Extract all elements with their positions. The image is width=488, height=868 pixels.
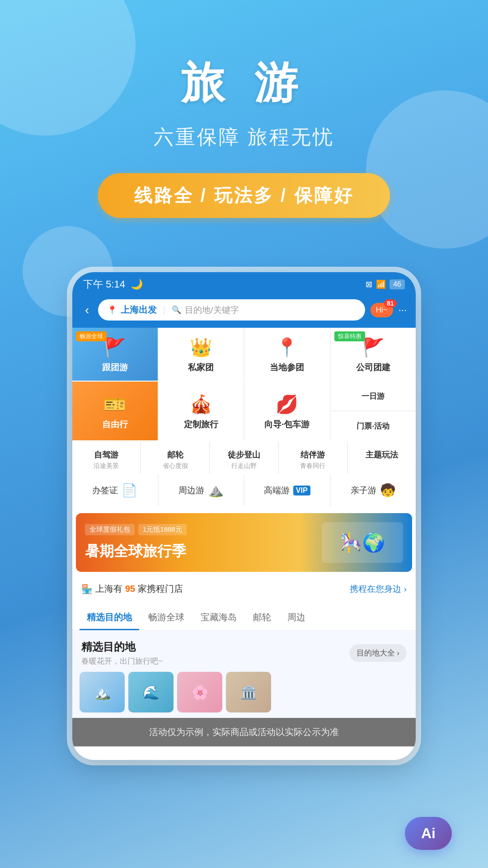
destinations-header: 精选目的地 春暖花开，出门旅行吧~ 目的地大全 › — [72, 631, 416, 672]
banner-text: 全球度假礼包 1元抵1888元 暑期全球旅行季 — [85, 524, 322, 561]
text-cell-self-drive[interactable]: 自驾游 沿途美景 — [72, 441, 140, 474]
corporate-label: 公司团建 — [356, 362, 390, 373]
tab-featured[interactable]: 精选目的地 — [80, 606, 139, 630]
more-button[interactable]: ··· — [399, 304, 407, 316]
self-drive-sub: 沿途美景 — [76, 462, 136, 470]
grid-cell-group-tour[interactable]: 畅游全球 🚩 跟团游 — [72, 328, 158, 381]
moon-icon: 🌙 — [131, 278, 143, 290]
dest-images: 🏔️ 🌊 🌸 🏛️ — [72, 672, 416, 718]
grid-cell-free-travel[interactable]: 🎫 自由行 — [72, 382, 158, 440]
theme-label: 主题玩法 — [352, 449, 412, 460]
guide-label: 向导·包车游 — [264, 419, 310, 430]
location-icon: 📍 — [107, 305, 117, 315]
companion-sub: 青春同行 — [282, 462, 343, 470]
hi-button[interactable]: Hi~ 81 — [371, 303, 393, 317]
cruise-sub: 省心度假 — [145, 462, 205, 470]
free-travel-label: 自由行 — [102, 419, 128, 430]
featured-tag-畅游: 畅游全球 — [76, 331, 107, 341]
hero-badge: 线路全 / 玩法多 / 保障好 — [98, 173, 390, 218]
visa-label: 办签证 — [92, 485, 118, 496]
free-travel-icon: 🎫 — [103, 394, 126, 415]
banner-tag2: 1元抵1888元 — [138, 524, 187, 535]
service-luxury[interactable]: 高端游 VIP — [244, 475, 330, 506]
banner-tag1: 全球度假礼包 — [85, 524, 135, 535]
grid-cell-guide[interactable]: 💋 向导·包车游 — [244, 382, 330, 440]
hiking-sub: 行走山野 — [214, 462, 274, 470]
categories-grid: 畅游全球 🚩 跟团游 👑 私家团 📍 当地参团 惊喜特惠 🚩 公司团建 — [72, 328, 416, 509]
local-tour-icon: 📍 — [276, 337, 298, 358]
search-origin: 上海出发 — [121, 304, 157, 316]
featured-tag-惊喜: 惊喜特惠 — [334, 331, 365, 341]
tab-island[interactable]: 宝藏海岛 — [193, 606, 244, 630]
tab-nearby[interactable]: 周边 — [280, 606, 313, 630]
store-count: 95 — [125, 584, 135, 594]
dest-img-2[interactable]: 🌊 — [128, 672, 174, 712]
text-cell-companion[interactable]: 结伴游 青春同行 — [279, 441, 347, 474]
grid-cell-corporate[interactable]: 惊喜特惠 🚩 公司团建 — [331, 328, 416, 381]
service-visa[interactable]: 办签证 📄 — [72, 475, 158, 506]
guide-icon: 💋 — [276, 394, 298, 415]
nearby-icon: ⛰️ — [208, 483, 224, 498]
tab-global[interactable]: 畅游全球 — [141, 606, 192, 630]
text-cell-theme[interactable]: 主题玩法 — [348, 441, 416, 474]
notification-badge: 81 — [384, 299, 397, 307]
private-tour-label: 私家团 — [188, 362, 214, 373]
wifi-icon: 📶 — [376, 279, 386, 289]
nav-bar: ‹ 📍 上海出发 🔍 目的地/关键字 Hi~ 81 ··· — [72, 295, 416, 328]
cruise-label: 邮轮 — [145, 449, 205, 460]
tabs-row: 精选目的地 畅游全球 宝藏海岛 邮轮 周边 — [72, 602, 416, 631]
companion-label: 结伴游 — [282, 449, 343, 460]
grid-cell-day-tour[interactable]: 一日游 — [331, 382, 416, 410]
text-cell-cruise[interactable]: 邮轮 省心度假 — [141, 441, 209, 474]
dest-img-1[interactable]: 🏔️ — [80, 672, 125, 712]
store-link[interactable]: 携程在您身边 › — [350, 583, 407, 595]
service-family[interactable]: 亲子游 🧒 — [331, 475, 416, 506]
search-divider — [164, 306, 164, 315]
dest-info: 精选目的地 春暖花开，出门旅行吧~ — [81, 640, 163, 666]
battery-icon: 46 — [389, 279, 405, 289]
grid-row-2: 🎫 自由行 🎪 定制旅行 💋 向导·包车游 一日游 门票·活动 — [72, 382, 416, 440]
service-nearby[interactable]: 周边游 ⛰️ — [159, 475, 244, 506]
ai-button[interactable]: Ai — [405, 817, 452, 850]
corporate-icon: 🚩 — [362, 337, 385, 358]
screen-icon: ⊠ — [366, 279, 372, 289]
search-destination: 目的地/关键字 — [185, 304, 239, 316]
store-info: 🏪 上海有 95 家携程门店 携程在您身边 › — [72, 576, 416, 602]
hero-section: 旅 游 六重保障 旅程无忧 线路全 / 玩法多 / 保障好 — [0, 0, 488, 245]
disclaimer-text: 活动仅为示例，实际商品或活动以实际公示为准 — [80, 726, 408, 738]
grid-cell-private-tour[interactable]: 👑 私家团 — [159, 328, 244, 381]
nav-actions: Hi~ 81 ··· — [371, 303, 407, 317]
status-bar: 下午 5:14 🌙 ⊠ 📶 46 — [72, 272, 416, 295]
grid-cell-custom[interactable]: 🎪 定制旅行 — [159, 382, 244, 440]
custom-icon: 🎪 — [190, 394, 212, 415]
grid-cell-local-tour[interactable]: 📍 当地参团 — [244, 328, 330, 381]
service-row: 办签证 📄 周边游 ⛰️ 高端游 VIP 亲子游 🧒 — [72, 475, 416, 506]
day-tour-label: 一日游 — [361, 391, 385, 401]
dest-img-3[interactable]: 🌸 — [177, 672, 222, 712]
grid-cell-tickets[interactable]: 门票·活动 — [331, 411, 416, 440]
store-text: 🏪 上海有 95 家携程门店 — [81, 583, 183, 595]
text-row: 自驾游 沿途美景 邮轮 省心度假 徒步登山 行走山野 结伴游 青春同行 主题玩法 — [72, 441, 416, 474]
promo-banner[interactable]: 全球度假礼包 1元抵1888元 暑期全球旅行季 🎠🌍 — [76, 513, 412, 572]
status-time: 下午 5:14 🌙 — [83, 278, 143, 291]
group-tour-icon: 🚩 — [103, 337, 126, 358]
dest-all-button[interactable]: 目的地大全 › — [349, 644, 407, 662]
search-bar[interactable]: 📍 上海出发 🔍 目的地/关键字 — [98, 299, 365, 321]
banner-title: 暑期全球旅行季 — [85, 542, 322, 561]
search-icon: 🔍 — [172, 305, 181, 315]
back-button[interactable]: ‹ — [81, 301, 93, 319]
dest-title: 精选目的地 — [81, 640, 163, 654]
family-label: 亲子游 — [351, 485, 376, 496]
visa-icon: 📄 — [122, 483, 137, 498]
app-title: 旅 游 — [0, 54, 488, 113]
group-tour-label: 跟团游 — [102, 362, 128, 373]
dest-img-4[interactable]: 🏛️ — [226, 672, 271, 712]
tab-cruise[interactable]: 邮轮 — [246, 606, 278, 630]
banner-image: 🎠🌍 — [322, 522, 403, 563]
hiking-label: 徒步登山 — [214, 449, 274, 460]
grid-right-pair: 一日游 门票·活动 — [331, 382, 416, 440]
phone-wrapper: 下午 5:14 🌙 ⊠ 📶 46 ‹ 📍 上海出发 🔍 目的地/关键字 Hi~ — [0, 272, 488, 760]
text-cell-hiking[interactable]: 徒步登山 行走山野 — [210, 441, 278, 474]
nearby-label: 周边游 — [178, 485, 204, 496]
grid-row-1: 畅游全球 🚩 跟团游 👑 私家团 📍 当地参团 惊喜特惠 🚩 公司团建 — [72, 328, 416, 381]
